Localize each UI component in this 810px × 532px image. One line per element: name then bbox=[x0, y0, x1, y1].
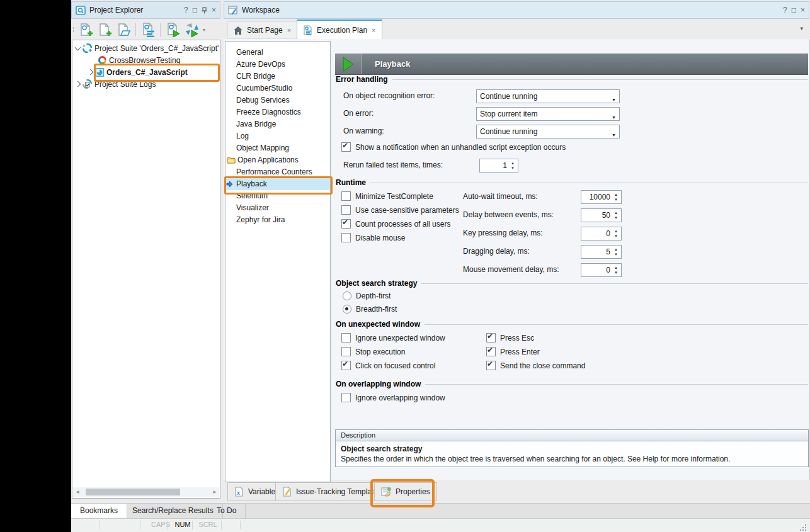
spinner-arrows-icon[interactable]: ▲▼ bbox=[613, 247, 619, 257]
close-icon[interactable]: × bbox=[287, 26, 291, 34]
spinner-arrows-icon[interactable]: ▲▼ bbox=[613, 229, 619, 239]
spinner-key-pressing-delay[interactable]: 0▲▼ bbox=[581, 227, 622, 241]
tab-to-do[interactable]: To Do bbox=[208, 504, 246, 518]
settings-nav-item-performance-counters[interactable]: Performance Counters bbox=[225, 166, 330, 178]
radio-depth-first[interactable]: Depth-first bbox=[343, 291, 391, 300]
checkbox-show-notification[interactable]: Show a notification when an unhandled sc… bbox=[341, 142, 566, 152]
settings-nav-item-azure-devops[interactable]: Azure DevOps bbox=[225, 59, 330, 71]
tab-execution-plan[interactable]: Execution Plan × bbox=[297, 20, 382, 39]
chevron-collapsed-icon[interactable] bbox=[88, 69, 94, 76]
checkbox-box[interactable] bbox=[341, 347, 351, 356]
settings-nav-item-debug-services[interactable]: Debug Services bbox=[225, 94, 330, 106]
settings-nav-item-open-applications[interactable]: Open Applications bbox=[225, 154, 330, 166]
radio-circle[interactable] bbox=[343, 305, 351, 314]
checkbox-ignore-overlapping-window[interactable]: Ignore overlapping window bbox=[341, 393, 445, 402]
checkbox-box[interactable] bbox=[341, 361, 351, 370]
spinner-arrows-icon[interactable]: ▲▼ bbox=[613, 210, 619, 220]
spinner-arrows-icon[interactable]: ▲▼ bbox=[613, 265, 619, 275]
scrollbar-thumb[interactable] bbox=[86, 489, 180, 495]
tree-label[interactable]: Project Suite 'Orders_C#_JavaScript' (1 bbox=[94, 44, 220, 53]
checkbox-box[interactable] bbox=[486, 361, 496, 370]
settings-nav-item-clr-bridge[interactable]: CLR Bridge bbox=[225, 71, 330, 82]
spinner-arrows-icon[interactable]: ▲▼ bbox=[613, 192, 619, 202]
open-file-button[interactable] bbox=[115, 21, 132, 38]
settings-nav-item-freeze-diagnostics[interactable]: Freeze Diagnostics bbox=[225, 106, 330, 118]
tree-label[interactable]: Project Suite Logs bbox=[94, 80, 156, 89]
checkbox-ignore-unexpected-window[interactable]: Ignore unexpected window bbox=[341, 333, 445, 342]
scroll-right-icon[interactable]: ► bbox=[210, 489, 219, 495]
close-icon[interactable]: × bbox=[372, 26, 375, 34]
settings-nav-item-selenium[interactable]: Selenium bbox=[225, 190, 330, 202]
chevron-collapsed-icon[interactable] bbox=[75, 81, 81, 88]
checkbox-minimize-testcomplete[interactable]: Minimize TestComplete bbox=[341, 191, 433, 201]
dropdown-arrow-icon[interactable]: ▼ bbox=[612, 111, 616, 124]
tab-properties[interactable]: Properties bbox=[374, 482, 437, 501]
settings-nav-item-log[interactable]: Log bbox=[225, 130, 330, 142]
spinner-arrows-icon[interactable]: ▲▼ bbox=[510, 161, 516, 171]
settings-nav-item-visualizer[interactable]: Visualizer bbox=[225, 202, 330, 214]
tab-issue-tracking-templates[interactable]: Issue-Tracking Templates bbox=[275, 482, 389, 501]
dropdown-on-object-recognition-error[interactable]: Continue running▼ bbox=[476, 89, 620, 103]
checkbox-box[interactable] bbox=[341, 205, 351, 215]
add-new-item-button[interactable] bbox=[96, 21, 113, 38]
checkbox-press-enter[interactable]: Press Enter bbox=[486, 347, 540, 356]
toolbar-caret-icon[interactable]: ▾ bbox=[203, 27, 205, 33]
settings-nav-item-java-bridge[interactable]: Java Bridge bbox=[225, 118, 330, 130]
tree-row-project-suite-logs[interactable]: Project Suite Logs bbox=[72, 78, 220, 90]
checkbox-box[interactable] bbox=[341, 219, 351, 229]
dropdown-on-error[interactable]: Stop current item▼ bbox=[476, 107, 620, 121]
tab-bookmarks[interactable]: Bookmarks bbox=[71, 504, 127, 518]
spinner-delay-between-events[interactable]: 50▲▼ bbox=[581, 208, 622, 222]
tab-start-page[interactable]: Start Page × bbox=[227, 21, 297, 39]
radio-breadth-first[interactable]: Breadth-first bbox=[343, 305, 397, 314]
tree-label[interactable]: CrossBrowserTesting bbox=[109, 56, 180, 65]
add-new-project-suite-button[interactable] bbox=[77, 21, 94, 38]
toolbar-grip[interactable]: ⁞ bbox=[72, 26, 74, 33]
radio-circle[interactable] bbox=[343, 291, 351, 300]
checkbox-stop-execution[interactable]: Stop execution bbox=[341, 347, 405, 356]
tree-row-project-suite[interactable]: Project Suite 'Orders_C#_JavaScript' (1 bbox=[72, 42, 220, 54]
checkbox-disable-mouse[interactable]: Disable mouse bbox=[341, 233, 405, 242]
checkbox-count-processes[interactable]: Count processes of all users bbox=[341, 219, 450, 229]
tree-horizontal-scrollbar[interactable]: ◄ ► bbox=[73, 487, 219, 497]
checkbox-box[interactable] bbox=[341, 233, 351, 242]
dropdown-on-warning[interactable]: Continue running▼ bbox=[476, 125, 620, 139]
scroll-left-icon[interactable]: ◄ bbox=[73, 489, 82, 495]
tree-label[interactable]: Orders_C#_JavaScript bbox=[106, 68, 188, 77]
chevron-expanded-icon[interactable] bbox=[75, 44, 81, 50]
settings-nav-item-zephyr[interactable]: Zephyr for Jira bbox=[225, 214, 330, 226]
checkbox-box[interactable] bbox=[341, 393, 351, 402]
help-icon[interactable]: ? bbox=[783, 6, 787, 14]
maximize-icon[interactable]: □ bbox=[193, 6, 197, 14]
help-icon[interactable]: ? bbox=[184, 6, 188, 14]
settings-nav-item-playback[interactable]: Playback bbox=[225, 178, 330, 190]
checkbox-press-esc[interactable]: Press Esc bbox=[486, 333, 534, 342]
run-project-button[interactable] bbox=[183, 21, 200, 38]
resize-grip[interactable] bbox=[800, 524, 801, 526]
checkbox-send-close-command[interactable]: Send the close command bbox=[486, 361, 585, 370]
checkbox-click-on-focused-control[interactable]: Click on focused control bbox=[341, 361, 435, 370]
pin-icon[interactable] bbox=[202, 7, 207, 14]
close-icon[interactable]: × bbox=[212, 6, 216, 14]
maximize-icon[interactable]: □ bbox=[792, 6, 796, 14]
dropdown-arrow-icon[interactable]: ▼ bbox=[612, 94, 616, 106]
tree-row-crossbrowsertesting[interactable]: CrossBrowserTesting bbox=[72, 54, 220, 66]
checkbox-box[interactable] bbox=[486, 347, 496, 356]
settings-nav-item-cucumberstudio[interactable]: CucumberStudio bbox=[225, 82, 330, 94]
checkbox-box[interactable] bbox=[341, 333, 351, 342]
spinner-auto-wait-timeout[interactable]: 10000▲▼ bbox=[581, 190, 622, 204]
tree-row-project-orders[interactable]: Orders_C#_JavaScript bbox=[72, 66, 220, 78]
checkbox-box[interactable] bbox=[486, 333, 496, 342]
checkbox-box[interactable] bbox=[341, 191, 351, 201]
spinner-mouse-movement-delay[interactable]: 0▲▼ bbox=[581, 263, 622, 277]
checkbox-case-sensitive-parameters[interactable]: Use case-sensitive parameters bbox=[341, 205, 459, 215]
spinner-dragging-delay[interactable]: 5▲▼ bbox=[581, 245, 622, 259]
checkbox-box[interactable] bbox=[341, 142, 351, 152]
organize-tests-button[interactable] bbox=[139, 21, 157, 38]
run-test-button[interactable] bbox=[164, 21, 181, 38]
close-icon[interactable]: × bbox=[801, 6, 805, 14]
spinner-rerun-times[interactable]: 1 ▲▼ bbox=[479, 159, 518, 173]
settings-nav-item-general[interactable]: General bbox=[225, 47, 330, 59]
settings-nav-item-object-mapping[interactable]: Object Mapping bbox=[225, 142, 330, 154]
tab-list-caret-icon[interactable]: ▾ bbox=[800, 25, 803, 31]
